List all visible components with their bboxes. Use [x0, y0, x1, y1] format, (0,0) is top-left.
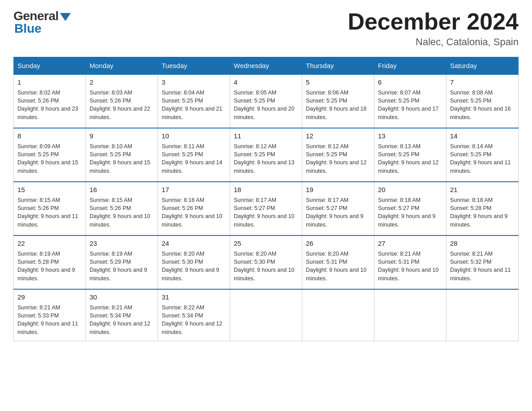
day-number: 6 — [378, 77, 442, 87]
day-number: 26 — [306, 239, 370, 248]
calendar-cell: 18 Sunrise: 8:17 AMSunset: 5:27 PMDaylig… — [230, 182, 302, 235]
calendar-week-row: 8 Sunrise: 8:09 AMSunset: 5:25 PMDayligh… — [14, 128, 519, 182]
calendar-cell: 30 Sunrise: 8:21 AMSunset: 5:34 PMDaylig… — [86, 289, 158, 341]
header-sunday: Sunday — [14, 57, 86, 75]
header-wednesday: Wednesday — [230, 57, 302, 75]
day-info: Sunrise: 8:06 AMSunset: 5:25 PMDaylight:… — [306, 89, 370, 121]
header-tuesday: Tuesday — [158, 57, 230, 75]
day-number: 14 — [450, 131, 515, 141]
day-info: Sunrise: 8:18 AMSunset: 5:28 PMDaylight:… — [450, 196, 515, 229]
day-number: 11 — [234, 131, 298, 141]
calendar-week-row: 1 Sunrise: 8:02 AMSunset: 5:26 PMDayligh… — [14, 74, 519, 128]
day-number: 27 — [378, 239, 442, 248]
logo-arrow-icon — [60, 13, 71, 21]
calendar-header-row: SundayMondayTuesdayWednesdayThursdayFrid… — [14, 57, 519, 75]
day-number: 24 — [162, 239, 226, 248]
day-number: 4 — [234, 77, 298, 87]
calendar-table: SundayMondayTuesdayWednesdayThursdayFrid… — [13, 57, 519, 341]
calendar-week-row: 29 Sunrise: 8:21 AMSunset: 5:33 PMDaylig… — [14, 289, 519, 341]
calendar-week-row: 22 Sunrise: 8:19 AMSunset: 5:28 PMDaylig… — [14, 235, 519, 289]
day-info: Sunrise: 8:15 AMSunset: 5:26 PMDaylight:… — [90, 196, 154, 229]
day-info: Sunrise: 8:18 AMSunset: 5:27 PMDaylight:… — [378, 196, 442, 229]
calendar-cell: 15 Sunrise: 8:15 AMSunset: 5:26 PMDaylig… — [14, 182, 86, 235]
day-info: Sunrise: 8:19 AMSunset: 5:29 PMDaylight:… — [90, 250, 154, 283]
day-number: 3 — [162, 77, 226, 87]
day-info: Sunrise: 8:12 AMSunset: 5:25 PMDaylight:… — [306, 142, 370, 175]
calendar-cell: 17 Sunrise: 8:16 AMSunset: 5:26 PMDaylig… — [158, 182, 230, 235]
title-section: December 2024 Nalec, Catalonia, Spain — [348, 9, 519, 48]
calendar-cell: 26 Sunrise: 8:20 AMSunset: 5:31 PMDaylig… — [302, 235, 374, 289]
calendar-cell: 1 Sunrise: 8:02 AMSunset: 5:26 PMDayligh… — [14, 74, 86, 128]
header-thursday: Thursday — [302, 57, 374, 75]
calendar-cell: 3 Sunrise: 8:04 AMSunset: 5:25 PMDayligh… — [158, 74, 230, 128]
day-number: 16 — [90, 185, 154, 194]
calendar-cell: 29 Sunrise: 8:21 AMSunset: 5:33 PMDaylig… — [14, 289, 86, 341]
calendar-cell: 24 Sunrise: 8:20 AMSunset: 5:30 PMDaylig… — [158, 235, 230, 289]
day-info: Sunrise: 8:16 AMSunset: 5:26 PMDaylight:… — [162, 196, 226, 229]
day-info: Sunrise: 8:05 AMSunset: 5:25 PMDaylight:… — [234, 89, 298, 121]
day-info: Sunrise: 8:20 AMSunset: 5:30 PMDaylight:… — [234, 250, 298, 283]
day-info: Sunrise: 8:12 AMSunset: 5:25 PMDaylight:… — [234, 142, 298, 175]
header-friday: Friday — [374, 57, 446, 75]
calendar-cell: 6 Sunrise: 8:07 AMSunset: 5:25 PMDayligh… — [374, 74, 446, 128]
day-info: Sunrise: 8:17 AMSunset: 5:27 PMDaylight:… — [234, 196, 298, 229]
day-info: Sunrise: 8:22 AMSunset: 5:34 PMDaylight:… — [162, 304, 226, 336]
calendar-cell: 13 Sunrise: 8:13 AMSunset: 5:25 PMDaylig… — [374, 128, 446, 182]
day-info: Sunrise: 8:10 AMSunset: 5:25 PMDaylight:… — [90, 142, 154, 175]
day-number: 7 — [450, 77, 515, 87]
day-number: 21 — [450, 185, 515, 194]
day-info: Sunrise: 8:14 AMSunset: 5:25 PMDaylight:… — [450, 142, 515, 175]
calendar-cell — [446, 289, 519, 341]
calendar-cell: 31 Sunrise: 8:22 AMSunset: 5:34 PMDaylig… — [158, 289, 230, 341]
calendar-cell: 28 Sunrise: 8:21 AMSunset: 5:32 PMDaylig… — [446, 235, 519, 289]
logo: General Blue — [13, 9, 71, 36]
calendar-cell: 22 Sunrise: 8:19 AMSunset: 5:28 PMDaylig… — [14, 235, 86, 289]
day-number: 18 — [234, 185, 298, 194]
day-number: 12 — [306, 131, 370, 141]
day-number: 23 — [90, 239, 154, 248]
day-number: 2 — [90, 77, 154, 87]
header-monday: Monday — [86, 57, 158, 75]
calendar-cell: 12 Sunrise: 8:12 AMSunset: 5:25 PMDaylig… — [302, 128, 374, 182]
calendar-cell: 14 Sunrise: 8:14 AMSunset: 5:25 PMDaylig… — [446, 128, 519, 182]
day-info: Sunrise: 8:21 AMSunset: 5:32 PMDaylight:… — [450, 250, 515, 283]
calendar-cell — [374, 289, 446, 341]
calendar-cell: 10 Sunrise: 8:11 AMSunset: 5:25 PMDaylig… — [158, 128, 230, 182]
calendar-cell — [230, 289, 302, 341]
day-number: 1 — [17, 77, 82, 87]
day-number: 19 — [306, 185, 370, 194]
calendar-cell: 19 Sunrise: 8:17 AMSunset: 5:27 PMDaylig… — [302, 182, 374, 235]
calendar-cell: 21 Sunrise: 8:18 AMSunset: 5:28 PMDaylig… — [446, 182, 519, 235]
logo-blue-text: Blue — [14, 21, 42, 36]
day-info: Sunrise: 8:04 AMSunset: 5:25 PMDaylight:… — [162, 89, 226, 121]
day-info: Sunrise: 8:21 AMSunset: 5:34 PMDaylight:… — [90, 304, 154, 336]
calendar-cell: 5 Sunrise: 8:06 AMSunset: 5:25 PMDayligh… — [302, 74, 374, 128]
page-header: General Blue December 2024 Nalec, Catalo… — [13, 9, 519, 48]
calendar-cell: 7 Sunrise: 8:08 AMSunset: 5:25 PMDayligh… — [446, 74, 519, 128]
day-number: 17 — [162, 185, 226, 194]
day-number: 10 — [162, 131, 226, 141]
day-info: Sunrise: 8:15 AMSunset: 5:26 PMDaylight:… — [17, 196, 82, 229]
calendar-cell: 9 Sunrise: 8:10 AMSunset: 5:25 PMDayligh… — [86, 128, 158, 182]
day-info: Sunrise: 8:17 AMSunset: 5:27 PMDaylight:… — [306, 196, 370, 229]
day-number: 25 — [234, 239, 298, 248]
day-info: Sunrise: 8:20 AMSunset: 5:31 PMDaylight:… — [306, 250, 370, 283]
day-info: Sunrise: 8:02 AMSunset: 5:26 PMDaylight:… — [17, 89, 82, 121]
day-info: Sunrise: 8:08 AMSunset: 5:25 PMDaylight:… — [450, 89, 515, 121]
calendar-cell: 11 Sunrise: 8:12 AMSunset: 5:25 PMDaylig… — [230, 128, 302, 182]
calendar-cell: 4 Sunrise: 8:05 AMSunset: 5:25 PMDayligh… — [230, 74, 302, 128]
location-subtitle: Nalec, Catalonia, Spain — [348, 36, 519, 48]
day-number: 13 — [378, 131, 442, 141]
day-info: Sunrise: 8:11 AMSunset: 5:25 PMDaylight:… — [162, 142, 226, 175]
day-info: Sunrise: 8:03 AMSunset: 5:26 PMDaylight:… — [90, 89, 154, 121]
day-info: Sunrise: 8:21 AMSunset: 5:31 PMDaylight:… — [378, 250, 442, 283]
day-number: 28 — [450, 239, 515, 248]
day-info: Sunrise: 8:19 AMSunset: 5:28 PMDaylight:… — [17, 250, 82, 283]
day-number: 20 — [378, 185, 442, 194]
day-info: Sunrise: 8:21 AMSunset: 5:33 PMDaylight:… — [17, 304, 82, 336]
calendar-cell — [302, 289, 374, 341]
day-info: Sunrise: 8:20 AMSunset: 5:30 PMDaylight:… — [162, 250, 226, 283]
header-saturday: Saturday — [446, 57, 519, 75]
day-number: 5 — [306, 77, 370, 87]
day-info: Sunrise: 8:09 AMSunset: 5:25 PMDaylight:… — [17, 142, 82, 175]
